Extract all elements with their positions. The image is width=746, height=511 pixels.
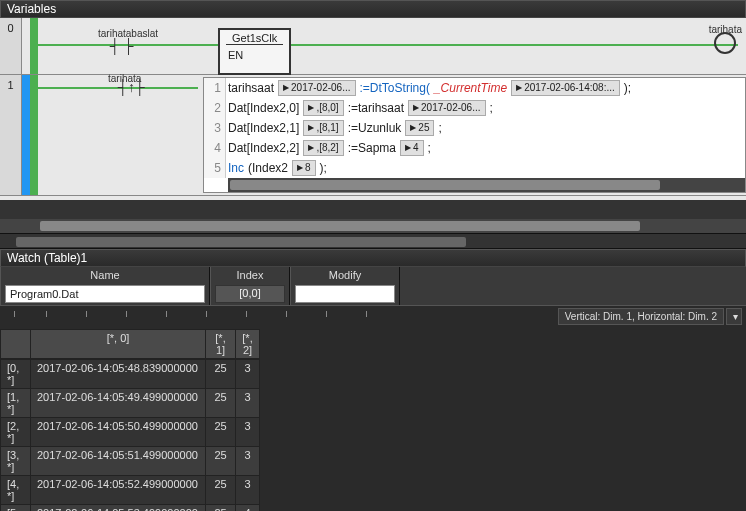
line-number: 2 [204, 98, 226, 118]
cell-value[interactable]: 25 [206, 418, 236, 447]
end: ; [488, 98, 495, 118]
cell-value[interactable]: 4 [236, 505, 260, 512]
hdr-col0[interactable]: [*, 0] [31, 330, 206, 359]
lhs: Dat[Index2,1] [226, 118, 301, 138]
ladder-panel: 0 tarihatabaslat ┤ ├ Get1sClk EN tarihat… [0, 18, 746, 233]
rung-power-rail [30, 18, 38, 74]
lhs: tarihsaat [226, 78, 276, 98]
value-tip: ▶2017-02-06... [278, 80, 356, 96]
dim-dropdown-icon[interactable]: ▾ [726, 308, 742, 325]
rung-sel-bar [22, 18, 30, 74]
index-slider[interactable] [6, 308, 406, 320]
row-index: [2, *] [1, 418, 31, 447]
modify-input[interactable] [295, 285, 395, 303]
end: ); [318, 158, 329, 178]
code-scroll-h[interactable] [228, 178, 745, 192]
cell-value[interactable]: 2017-02-06-14:05:52.499000000 [31, 476, 206, 505]
code-line[interactable]: 5 Inc (Index2 ▶8 ); [204, 158, 745, 178]
mid: :=Uzunluk [346, 118, 404, 138]
value-tip: ▶2017-02-06-14:08:... [511, 80, 620, 96]
scroll-thumb[interactable] [16, 237, 466, 247]
scroll-thumb[interactable] [40, 221, 640, 231]
hdr-col1[interactable]: [*, 1] [206, 330, 236, 359]
cell-value[interactable]: 2017-02-06-14:05:51.499000000 [31, 447, 206, 476]
cell-value[interactable]: 25 [206, 447, 236, 476]
row-index: [5, *] [1, 505, 31, 512]
code-line[interactable]: 1 tarihsaat ▶2017-02-06... :=DtToString(… [204, 78, 745, 98]
rung-body: tarihata ┤↑├ 1 tarihsaat ▶2017-02-06... … [38, 75, 746, 195]
code-line[interactable]: 3 Dat[Index2,1] ▶,[8,1] :=Uzunluk ▶25 ; [204, 118, 745, 138]
row-index: [3, *] [1, 447, 31, 476]
value-tip: ▶,[8,0] [303, 100, 343, 116]
dim-label: Vertical: Dim. 1, Horizontal: Dim. 2 [558, 308, 724, 325]
end: ; [436, 118, 443, 138]
cell-value[interactable]: 25 [206, 389, 236, 418]
scroll-thumb[interactable] [230, 180, 660, 190]
table-row[interactable]: [4, *]2017-02-06-14:05:52.499000000253 [1, 476, 260, 505]
hdr-col2[interactable]: [*, 2] [236, 330, 260, 359]
lhs: (Index2 [246, 158, 290, 178]
cell-value[interactable]: 3 [236, 476, 260, 505]
col-modify-header: Modify [291, 267, 399, 283]
row-index: [4, *] [1, 476, 31, 505]
code-line[interactable]: 4 Dat[Index2,2] ▶,[8,2] :=Sapma ▶4 ; [204, 138, 745, 158]
lhs: Dat[Index2,2] [226, 138, 301, 158]
line-number: 4 [204, 138, 226, 158]
rung-wire [38, 44, 738, 46]
cell-value[interactable]: 2017-02-06-14:05:50.499000000 [31, 418, 206, 447]
rung-number: 1 [0, 75, 22, 195]
value-tip: ▶25 [405, 120, 434, 136]
index-value[interactable]: [0,0] [215, 285, 285, 303]
cell-value[interactable]: 2017-02-06-14:05:48.839000000 [31, 360, 206, 389]
col-name-header: Name [1, 267, 209, 283]
contact-no[interactable]: ┤ ├ [110, 38, 134, 54]
outer-scroll[interactable] [0, 233, 746, 249]
fb-title: Get1sClk [226, 32, 283, 45]
mid: :=tarihsaat [346, 98, 406, 118]
table-row[interactable]: [5, *]2017-02-06-14:05:53.499000000254 [1, 505, 260, 512]
cell-value[interactable]: 25 [206, 505, 236, 512]
table-row[interactable]: [0, *]2017-02-06-14:05:48.839000000253 [1, 360, 260, 389]
row-index: [0, *] [1, 360, 31, 389]
line-number: 5 [204, 158, 226, 178]
rung-1[interactable]: 1 tarihata ┤↑├ 1 tarihsaat ▶2017-02-06..… [0, 75, 746, 196]
fb-port: EN [226, 45, 283, 71]
cell-value[interactable]: 25 [206, 360, 236, 389]
code-line[interactable]: 2 Dat[Index2,0] ▶,[8,0] :=tarihsaat ▶201… [204, 98, 745, 118]
rung-0[interactable]: 0 tarihatabaslat ┤ ├ Get1sClk EN tarihat… [0, 18, 746, 75]
cell-value[interactable]: 3 [236, 447, 260, 476]
contact-rising[interactable]: ┤↑├ [118, 79, 145, 95]
table-row[interactable]: [1, *]2017-02-06-14:05:49.499000000253 [1, 389, 260, 418]
watch-controls: Name Index [0,0] Modify [0, 267, 746, 306]
rung-number: 0 [0, 18, 22, 74]
rung-sel-bar [22, 75, 30, 195]
value-tip: ▶2017-02-06... [408, 100, 486, 116]
cell-value[interactable]: 2017-02-06-14:05:49.499000000 [31, 389, 206, 418]
cell-value[interactable]: 3 [236, 418, 260, 447]
watch-data-table: [*, 0] [*, 1] [*, 2] [0, *]2017-02-06-14… [0, 329, 260, 511]
watch-header: Watch (Table)1 [0, 249, 746, 267]
arg: _CurrentTime [432, 78, 509, 98]
st-code-block[interactable]: 1 tarihsaat ▶2017-02-06... :=DtToString(… [203, 77, 746, 193]
fn: Inc [226, 158, 246, 178]
ladder-scroll-h[interactable] [0, 219, 746, 233]
cell-value[interactable]: 2017-02-06-14:05:53.499000000 [31, 505, 206, 512]
end: ; [426, 138, 433, 158]
watch-panel: Name Index [0,0] Modify Vertical: Dim. 1… [0, 267, 746, 511]
rung-power-rail [30, 75, 38, 195]
value-tip: ▶4 [400, 140, 424, 156]
row-index: [1, *] [1, 389, 31, 418]
cell-value[interactable]: 3 [236, 360, 260, 389]
table-row[interactable]: [3, *]2017-02-06-14:05:51.499000000253 [1, 447, 260, 476]
cell-value[interactable]: 25 [206, 476, 236, 505]
watch-subheader: Vertical: Dim. 1, Horizontal: Dim. 2 ▾ [0, 306, 746, 327]
function-block[interactable]: Get1sClk EN [218, 28, 291, 75]
table-row[interactable]: [2, *]2017-02-06-14:05:50.499000000253 [1, 418, 260, 447]
end: ); [622, 78, 633, 98]
hdr-blank [1, 330, 31, 359]
cell-value[interactable]: 3 [236, 389, 260, 418]
coil[interactable] [714, 32, 736, 54]
line-number: 1 [204, 78, 226, 98]
col-index-header: Index [211, 267, 289, 283]
name-input[interactable] [5, 285, 205, 303]
